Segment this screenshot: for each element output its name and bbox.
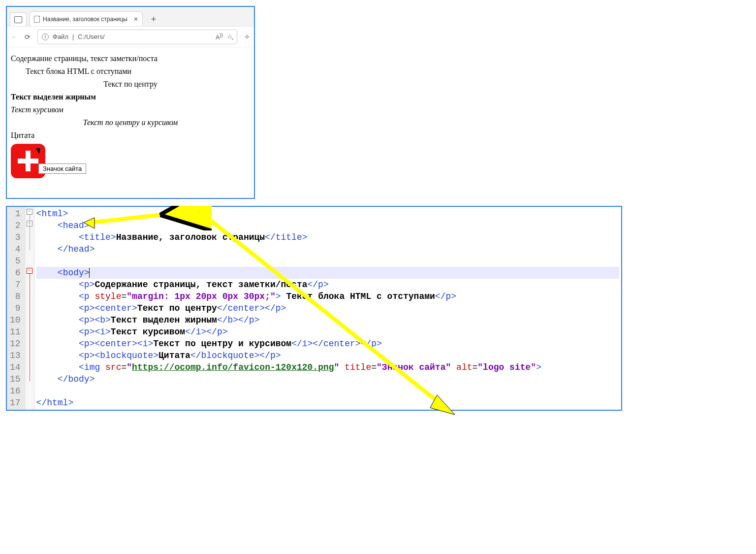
- fold-toggle[interactable]: −: [27, 268, 32, 274]
- browser-content: Содержание страницы, текст заметки/поста…: [7, 47, 254, 198]
- tab-manager-button[interactable]: [10, 12, 27, 26]
- paragraph-italic: Текст курсивом: [11, 105, 250, 114]
- addr-path: C:/Users/: [78, 33, 104, 40]
- address-bar[interactable]: i Файл | C:/Users/ A)) ☆+: [37, 30, 237, 44]
- fold-toggle[interactable]: −: [27, 209, 32, 215]
- blockquote: Цитата: [11, 131, 250, 140]
- browser-window: Название, заголовок страницы ✕ + ← ⟳ i Ф…: [6, 6, 255, 199]
- code-body[interactable]: <html> <head> <title>Название, заголовок…: [34, 207, 621, 410]
- line-gutter: 1234567891011121314151617: [7, 207, 26, 410]
- new-tab-button[interactable]: +: [147, 12, 160, 26]
- paragraph-indented: Текст блока HTML с отступами: [26, 67, 240, 76]
- paragraph-center: Текст по центру: [11, 80, 250, 89]
- collections-icon[interactable]: ✧: [244, 33, 250, 41]
- tab-title: Название, заголовок страницы: [43, 16, 127, 23]
- browser-titlebar: Название, заголовок страницы ✕ +: [7, 7, 254, 27]
- back-button[interactable]: ←: [11, 33, 18, 41]
- code-editor: 1234567891011121314151617 − − − <html> <…: [6, 206, 622, 411]
- browser-toolbar: ← ⟳ i Файл | C:/Users/ A)) ☆+ ✧: [7, 27, 254, 47]
- addr-label: Файл: [53, 33, 68, 40]
- tab-manager-icon: [14, 16, 22, 23]
- active-line: <body>: [36, 267, 619, 279]
- document-icon: [34, 16, 40, 23]
- favorite-icon[interactable]: ☆+: [227, 33, 233, 40]
- image-area: Значок сайта: [11, 144, 250, 193]
- info-icon: i: [42, 33, 49, 40]
- image-tooltip: Значок сайта: [38, 163, 86, 174]
- paragraph-bold: Текст выделен жирным: [11, 93, 250, 101]
- close-tab-icon[interactable]: ✕: [133, 16, 138, 23]
- paragraph: Содержание страницы, текст заметки/поста: [11, 54, 250, 63]
- read-aloud-icon[interactable]: A)): [216, 33, 223, 41]
- paragraph-center-italic: Текст по центру и курсивом: [11, 118, 250, 127]
- browser-tab[interactable]: Название, заголовок страницы ✕: [30, 11, 143, 26]
- refresh-button[interactable]: ⟳: [25, 33, 31, 41]
- fold-column: − − −: [26, 207, 34, 410]
